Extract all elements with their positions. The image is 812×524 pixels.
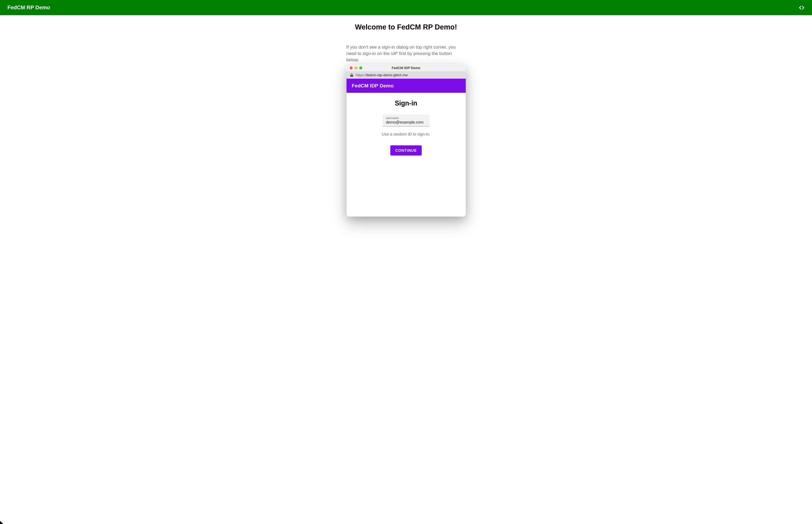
- url-protocol: https://: [356, 73, 367, 77]
- code-icon[interactable]: [799, 5, 805, 11]
- continue-button[interactable]: CONTINUE: [390, 145, 421, 155]
- window-title: FedCM IDP Demo: [346, 66, 466, 70]
- idp-header: FedCM IDP Demo: [346, 79, 466, 93]
- url-bar: https://fedcm-idp-demo.glitch.me: [346, 71, 466, 79]
- username-label: username: [386, 116, 426, 119]
- url-text: https://fedcm-idp-demo.glitch.me: [356, 73, 408, 77]
- maximize-window-icon[interactable]: [359, 66, 362, 69]
- app-header: FedCM RP Demo: [0, 0, 812, 15]
- instruction-text: If you don't see a sign-in dialog on top…: [346, 44, 466, 63]
- minimize-window-icon[interactable]: [355, 66, 357, 69]
- corner-indicator: [0, 521, 3, 524]
- idp-body: Sign-in username Use a random ID to sign…: [346, 93, 466, 216]
- popup-window: FedCM IDP Demo https://fedcm-idp-demo.gl…: [346, 64, 466, 216]
- url-domain: fedcm-idp-demo.glitch.me: [367, 73, 408, 77]
- app-title: FedCM RP Demo: [7, 4, 50, 11]
- signin-heading: Sign-in: [352, 99, 460, 107]
- lock-icon: [350, 73, 353, 77]
- window-titlebar: FedCM IDP Demo: [346, 64, 466, 71]
- page-content: Welcome to FedCM RP Demo! If you don't s…: [284, 15, 528, 225]
- close-window-icon[interactable]: [350, 66, 353, 69]
- helper-text: Use a random ID to sign-in.: [352, 132, 460, 136]
- traffic-lights: [346, 66, 362, 69]
- idp-header-title: FedCM IDP Demo: [352, 83, 394, 89]
- username-field-wrapper[interactable]: username: [383, 115, 429, 127]
- username-input[interactable]: [386, 120, 426, 124]
- welcome-heading: Welcome to FedCM RP Demo!: [289, 23, 523, 31]
